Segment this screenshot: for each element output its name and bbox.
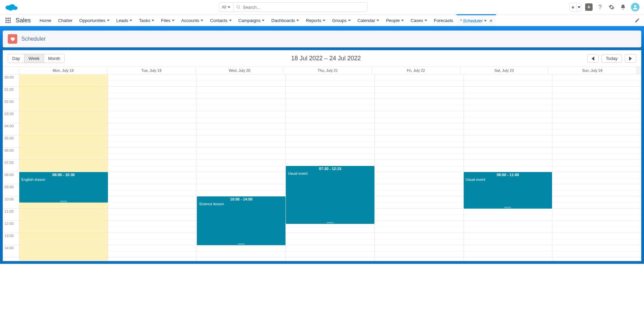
edit-nav-button[interactable] <box>635 15 640 26</box>
hour-cell[interactable] <box>108 245 197 257</box>
day-column[interactable]: 07:30 - 12:15Usual event <box>286 75 375 261</box>
chevron-down-icon[interactable] <box>424 20 427 21</box>
chevron-down-icon[interactable] <box>152 20 154 21</box>
hour-cell[interactable] <box>19 209 108 221</box>
hour-cell[interactable] <box>286 148 374 160</box>
day-column[interactable] <box>552 75 641 261</box>
nav-item-reports[interactable]: Reports <box>302 15 329 26</box>
hour-cell[interactable] <box>375 160 463 172</box>
hour-cell[interactable] <box>464 135 552 148</box>
hour-cell[interactable] <box>552 172 641 184</box>
hour-cell[interactable] <box>197 135 285 148</box>
calendar-event[interactable]: 08:00 - 11:00Usual event <box>464 172 552 209</box>
hour-cell[interactable] <box>19 123 108 135</box>
hour-cell[interactable] <box>552 196 641 209</box>
hour-cell[interactable] <box>19 221 108 233</box>
close-tab-button[interactable]: ✕ <box>489 18 492 23</box>
chevron-down-icon[interactable] <box>484 20 487 22</box>
hour-cell[interactable] <box>552 209 641 221</box>
hour-cell[interactable] <box>375 196 463 209</box>
day-column[interactable]: 08:00 - 11:00Usual event <box>464 75 553 261</box>
hour-cell[interactable] <box>108 148 197 160</box>
hour-cell[interactable] <box>108 233 197 245</box>
hour-cell[interactable] <box>375 221 463 233</box>
calendar-event[interactable]: 08:00 - 10:30English lesson <box>19 172 108 203</box>
tab-scheduler[interactable]: * Scheduler ✕ <box>457 14 496 26</box>
app-launcher-button[interactable] <box>4 15 12 26</box>
chevron-down-icon[interactable] <box>323 20 325 21</box>
hour-cell[interactable] <box>375 75 463 87</box>
hour-cell[interactable] <box>286 87 374 99</box>
user-avatar[interactable] <box>630 2 640 12</box>
nav-item-dashboards[interactable]: Dashboards <box>268 15 302 26</box>
hour-cell[interactable] <box>552 245 641 257</box>
nav-item-leads[interactable]: Leads <box>113 15 136 26</box>
hour-cell[interactable] <box>375 148 463 160</box>
hour-cell[interactable] <box>552 99 641 111</box>
nav-item-home[interactable]: Home <box>36 15 55 26</box>
search-input[interactable] <box>243 5 365 10</box>
hour-cell[interactable] <box>19 148 108 160</box>
hour-cell[interactable] <box>19 99 108 111</box>
today-button[interactable]: Today <box>601 54 622 63</box>
view-month-button[interactable]: Month <box>44 54 64 63</box>
hour-cell[interactable] <box>375 245 463 257</box>
hour-cell[interactable] <box>108 221 197 233</box>
chevron-down-icon[interactable] <box>348 20 351 21</box>
event-resize-handle[interactable] <box>238 244 245 245</box>
calendar-scroll[interactable]: 00:0001:0002:0003:0004:0005:0006:0007:00… <box>3 75 641 261</box>
hour-cell[interactable] <box>286 123 374 135</box>
hour-cell[interactable] <box>464 148 552 160</box>
hour-cell[interactable] <box>464 99 552 111</box>
day-column[interactable]: 08:00 - 10:30English lesson <box>19 75 108 261</box>
event-resize-handle[interactable] <box>60 201 67 202</box>
hour-cell[interactable] <box>197 99 285 111</box>
hour-cell[interactable] <box>197 172 285 184</box>
nav-item-people[interactable]: People <box>383 15 407 26</box>
nav-item-calendar[interactable]: Calendar <box>354 15 383 26</box>
hour-cell[interactable] <box>286 99 374 111</box>
hour-cell[interactable] <box>552 87 641 99</box>
hour-cell[interactable] <box>375 172 463 184</box>
prev-button[interactable] <box>587 54 599 63</box>
hour-cell[interactable] <box>375 99 463 111</box>
hour-cell[interactable] <box>375 111 463 123</box>
hour-cell[interactable] <box>19 87 108 99</box>
hour-cell[interactable] <box>19 245 108 257</box>
hour-cell[interactable] <box>552 148 641 160</box>
hour-cell[interactable] <box>197 111 285 123</box>
hour-cell[interactable] <box>108 196 197 209</box>
hour-cell[interactable] <box>286 111 374 123</box>
hour-cell[interactable] <box>375 135 463 148</box>
hour-cell[interactable] <box>552 135 641 148</box>
hour-cell[interactable] <box>286 75 374 87</box>
nav-item-contacts[interactable]: Contacts <box>207 15 235 26</box>
hour-cell[interactable] <box>464 87 552 99</box>
hour-cell[interactable] <box>108 99 197 111</box>
nav-item-campaigns[interactable]: Campaigns <box>235 15 268 26</box>
nav-item-opportunities[interactable]: Opportunities <box>76 15 113 26</box>
notifications-button[interactable] <box>619 3 627 11</box>
hour-cell[interactable] <box>375 123 463 135</box>
chevron-down-icon[interactable] <box>401 20 404 21</box>
hour-cell[interactable] <box>108 87 197 99</box>
chevron-down-icon[interactable] <box>262 20 264 21</box>
view-week-button[interactable]: Week <box>24 54 44 63</box>
event-resize-handle[interactable] <box>504 207 511 208</box>
global-add-button[interactable]: + <box>585 3 593 11</box>
chevron-down-icon[interactable] <box>201 20 203 21</box>
hour-cell[interactable] <box>286 233 374 245</box>
hour-cell[interactable] <box>464 123 552 135</box>
hour-cell[interactable] <box>108 111 197 123</box>
hour-cell[interactable] <box>464 209 552 221</box>
chevron-down-icon[interactable] <box>576 3 581 11</box>
hour-cell[interactable] <box>464 160 552 172</box>
hour-cell[interactable] <box>108 123 197 135</box>
nav-item-groups[interactable]: Groups <box>329 15 354 26</box>
day-column[interactable]: 10:00 - 14:00Science lesson <box>197 75 286 261</box>
hour-cell[interactable] <box>552 111 641 123</box>
hour-cell[interactable] <box>552 221 641 233</box>
nav-item-tasks[interactable]: Tasks <box>136 15 158 26</box>
view-day-button[interactable]: Day <box>8 54 24 63</box>
hour-cell[interactable] <box>552 75 641 87</box>
